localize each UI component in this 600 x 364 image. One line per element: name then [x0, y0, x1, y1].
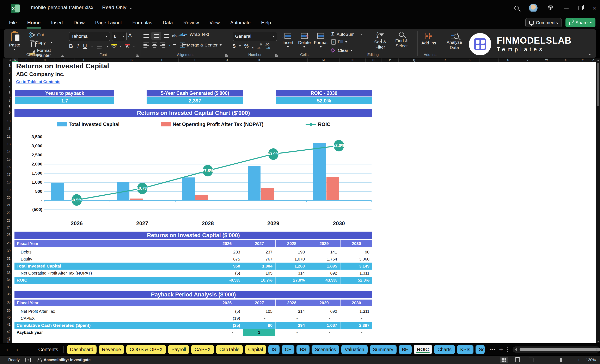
row-header-41[interactable]: 41	[7, 323, 10, 326]
zoom-level[interactable]: 120%	[586, 358, 596, 362]
row-header-32[interactable]: 32	[7, 264, 10, 268]
sheet-tab-revenue[interactable]: Revenue	[99, 345, 124, 354]
row-header-34[interactable]: 34	[7, 278, 10, 282]
zoom-in-button[interactable]: +	[577, 357, 580, 363]
cut-button[interactable]: Cut	[30, 32, 44, 38]
menu-tab-draw[interactable]: Draw	[73, 19, 85, 27]
normal-view-button[interactable]	[500, 356, 508, 363]
font-name-select[interactable]: Tahoma	[69, 32, 110, 41]
clear-button[interactable]: Clear	[331, 48, 352, 53]
sheet-tab-contents[interactable]: Contents	[38, 347, 58, 352]
borders-button[interactable]	[97, 44, 102, 49]
collapse-ribbon-icon[interactable]	[588, 53, 591, 56]
column-header-Y[interactable]: Y	[575, 58, 590, 62]
font-size-select[interactable]: 8	[112, 32, 127, 41]
addins-button[interactable]: Add-ins	[421, 33, 436, 46]
scroll-left-icon[interactable]	[515, 348, 517, 351]
scroll-down-icon[interactable]	[597, 341, 599, 342]
accessibility-status[interactable]: Accessibility: Investigate	[44, 358, 91, 362]
column-header-Q[interactable]: Q	[399, 58, 430, 62]
row-header-9[interactable]: 9	[9, 111, 10, 114]
column-header-P[interactable]: P	[382, 58, 399, 62]
row-header-42[interactable]: 42	[7, 330, 10, 334]
row-header-22[interactable]: 22	[7, 211, 10, 215]
row-header-38[interactable]: 38	[7, 300, 10, 304]
row-header-2[interactable]: 2	[9, 71, 10, 75]
menu-tab-review[interactable]: Review	[183, 19, 199, 27]
menu-tab-formulas[interactable]: Formulas	[132, 19, 153, 27]
column-header-M[interactable]: M	[308, 58, 340, 62]
page-break-view-button[interactable]	[527, 356, 535, 363]
fill-color-dropdown-icon[interactable]	[120, 46, 122, 47]
font-dialog-launcher[interactable]	[136, 54, 139, 57]
decrease-decimal-button[interactable]: .00→0	[265, 43, 270, 50]
scroll-right-icon[interactable]	[596, 348, 598, 351]
column-header-F[interactable]: F	[94, 58, 117, 62]
menu-tab-view[interactable]: View	[209, 19, 220, 27]
comments-button[interactable]: Comments	[525, 18, 562, 27]
zoom-slider[interactable]	[549, 360, 572, 360]
paste-button[interactable]: Paste	[9, 32, 20, 50]
autosum-button[interactable]: Σ AutoSum	[331, 31, 362, 37]
underline-button[interactable]: U	[83, 43, 87, 49]
avatar[interactable]	[529, 4, 538, 12]
row-header-31[interactable]: 31	[7, 257, 10, 261]
row-header-23[interactable]: 23	[7, 219, 10, 222]
select-all-corner[interactable]	[3, 58, 12, 62]
percent-button[interactable]: %	[244, 43, 249, 49]
align-middle-icon[interactable]	[152, 32, 161, 40]
zoom-out-button[interactable]: −	[541, 357, 544, 363]
document-mode[interactable]: Read-Only	[102, 5, 126, 10]
row-header-3[interactable]: 3	[9, 79, 10, 83]
underline-dropdown-icon[interactable]	[91, 46, 93, 47]
row-header-5[interactable]: 5	[9, 91, 10, 95]
column-header-G[interactable]: G	[117, 58, 146, 62]
minimize-button[interactable]	[564, 8, 569, 9]
row-header-14[interactable]: 14	[7, 150, 10, 154]
row-header-35[interactable]: 35	[7, 285, 10, 289]
more-sheets-button[interactable]: •••	[490, 347, 496, 352]
sheet-tab-payroll[interactable]: Payroll	[168, 345, 189, 354]
sheet-tab-bs[interactable]: BS	[297, 345, 309, 354]
page-layout-view-button[interactable]	[513, 356, 522, 363]
sheet-tab-cogs-opex[interactable]: COGS & OPEX	[126, 345, 166, 354]
decrease-indent-icon[interactable]: ←	[168, 43, 176, 47]
row-header-25[interactable]: 25	[7, 233, 10, 237]
column-header-W[interactable]: W	[537, 58, 556, 62]
menu-tab-help[interactable]: Help	[261, 19, 271, 27]
column-header-U[interactable]: U	[499, 58, 518, 62]
column-header-O[interactable]: O	[366, 58, 382, 62]
align-bottom-icon[interactable]	[164, 34, 169, 38]
column-header-R[interactable]: R	[430, 58, 460, 62]
table-of-contents-link[interactable]: Go to Table of Contents	[16, 80, 60, 84]
grow-font-button[interactable]: Aˆ	[128, 32, 133, 39]
menu-tab-home[interactable]: Home	[27, 19, 41, 27]
menu-tab-automate[interactable]: Automate	[230, 19, 251, 27]
sheet-tab-cf[interactable]: CF	[281, 345, 295, 354]
sheet-tab-capex[interactable]: CAPEX	[191, 345, 214, 354]
row-header-33[interactable]: 33	[7, 271, 10, 275]
search-icon[interactable]	[514, 6, 519, 10]
column-header-H[interactable]: H	[146, 58, 179, 62]
close-button[interactable]: ×	[592, 5, 596, 11]
column-header-Z[interactable]: Z	[590, 58, 596, 62]
column-header-A[interactable]: A	[12, 58, 18, 62]
row-header-19[interactable]: 19	[7, 188, 10, 192]
delete-cells-button[interactable]: ✕ Delete	[298, 33, 311, 47]
horizontal-scroll-thumb[interactable]	[520, 348, 600, 351]
row-header-40[interactable]: 40	[7, 316, 10, 319]
number-dialog-launcher[interactable]	[275, 54, 278, 57]
row-header-7[interactable]: 7	[9, 99, 10, 102]
column-header-T[interactable]: T	[479, 58, 499, 62]
column-header-V[interactable]: V	[518, 58, 537, 62]
alignment-dialog-launcher[interactable]	[225, 54, 228, 57]
prev-sheet-icon[interactable]: ‹	[5, 346, 10, 353]
format-cells-button[interactable]: Format	[314, 33, 328, 47]
orientation-button[interactable]: ab↗	[172, 34, 180, 38]
sheet-tab-be[interactable]: BE	[399, 345, 412, 354]
sheet-tab-summary[interactable]: Summary	[370, 345, 397, 354]
find-select-button[interactable]: Find & Select	[395, 32, 408, 48]
sheet-tab-capital[interactable]: Capital	[245, 345, 266, 354]
sheet-tab-captable[interactable]: CapTable	[216, 345, 243, 354]
row-header-24[interactable]: 24	[7, 226, 10, 229]
